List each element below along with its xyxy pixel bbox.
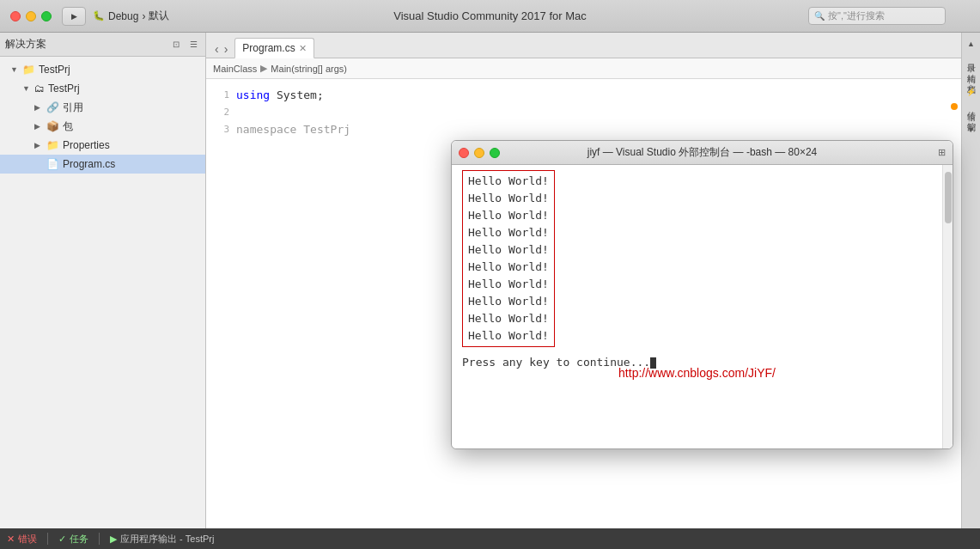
tree-arrow-ref: ▶ xyxy=(34,103,43,112)
traffic-lights xyxy=(0,11,52,21)
tab-nav: ‹ › xyxy=(210,40,233,58)
terminal-close-button[interactable] xyxy=(459,148,469,158)
solution-icon: 📁 xyxy=(22,64,35,76)
hello-line-2: Hello World! xyxy=(468,190,549,207)
run-button[interactable] xyxy=(62,7,86,26)
status-separator-2 xyxy=(99,533,100,545)
hello-line-9: Hello World! xyxy=(468,310,549,327)
sidebar-label-4[interactable]: 传输 xyxy=(965,105,977,107)
terminal-expand-icon[interactable]: ⊞ xyxy=(938,147,946,158)
hello-line-8: Hello World! xyxy=(468,293,549,310)
terminal-maximize-button[interactable] xyxy=(490,148,500,158)
tree-arrow-project: ▼ xyxy=(22,84,31,93)
status-run-output[interactable]: ▶ 应用程序输出 - TestPrj xyxy=(110,533,214,546)
sidebar-label-1[interactable]: 目录 xyxy=(965,57,977,58)
tab-close-button[interactable]: ✕ xyxy=(299,43,307,54)
right-sidebar: ▲ 目录 结构 文档 ⚡ 传输 控制 ▼ xyxy=(961,33,980,528)
packages-icon: 📦 xyxy=(46,120,59,132)
debug-section: 🐛 Debug › 默认 xyxy=(93,9,169,23)
tree-arrow-props: ▶ xyxy=(34,141,43,149)
tab-next-button[interactable]: › xyxy=(222,40,230,58)
run-icon: ▶ xyxy=(110,534,117,545)
window-title: Visual Studio Community 2017 for Mac xyxy=(393,9,586,22)
references-label: 引用 xyxy=(63,101,83,115)
status-tasks[interactable]: ✓ 任务 xyxy=(58,533,88,546)
tab-program-cs[interactable]: Program.cs ✕ xyxy=(234,38,313,58)
properties-icon: 📁 xyxy=(46,139,59,151)
sidebar-header-icons: ⊡ ☰ xyxy=(169,38,200,52)
breadcrumb-bar: MainClass ▶ Main(string[] args) xyxy=(206,58,961,79)
solution-explorer: 解决方案 ⊡ ☰ ▼ 📁 TestPrj ▼ 🗂 TestPrj xyxy=(0,33,206,528)
packages-label: 包 xyxy=(63,119,73,134)
close-button[interactable] xyxy=(10,11,21,21)
main-area: 解决方案 ⊡ ☰ ▼ 📁 TestPrj ▼ 🗂 TestPrj xyxy=(0,33,980,528)
code-line-1: 1 using System; xyxy=(206,86,961,103)
search-placeholder: 按","进行搜索 xyxy=(828,9,885,22)
tab-bar: ‹ › Program.cs ✕ xyxy=(206,33,961,58)
references-icon: 🔗 xyxy=(46,101,59,113)
cs-file-label: Program.cs xyxy=(63,158,115,170)
task-label: 任务 xyxy=(70,533,88,546)
search-bar[interactable]: 按","进行搜索 xyxy=(808,7,946,25)
right-top-button[interactable]: ▲ xyxy=(964,36,979,52)
right-lightning-button[interactable]: ⚡ xyxy=(964,84,979,100)
hello-line-3: Hello World! xyxy=(468,207,549,224)
tab-label: Program.cs xyxy=(242,42,295,54)
terminal-body: Hello World! Hello World! Hello World! H… xyxy=(452,165,953,448)
tab-prev-button[interactable]: ‹ xyxy=(213,40,221,58)
breakpoint-dot xyxy=(951,103,958,110)
tree-item-properties[interactable]: ▶ 📁 Properties xyxy=(0,136,205,155)
output-label: 应用程序输出 - TestPrj xyxy=(120,533,214,546)
debug-arrow: › xyxy=(142,10,145,22)
terminal-scrollbar-thumb[interactable] xyxy=(945,172,952,223)
breadcrumb-method: Main(string[] args) xyxy=(271,64,347,74)
terminal-titlebar: jiyf — Visual Studio 外部控制台 — -bash — 80×… xyxy=(452,141,953,165)
hello-line-5: Hello World! xyxy=(468,241,549,259)
terminal-title: jiyf — Visual Studio 外部控制台 — -bash — 80×… xyxy=(587,145,818,160)
line-number-3: 3 xyxy=(206,124,236,135)
cs-file-icon: 📄 xyxy=(46,158,59,170)
hello-line-1: Hello World! xyxy=(468,173,549,190)
hello-line-4: Hello World! xyxy=(468,224,549,241)
sidebar-expand-icon[interactable]: ⊡ xyxy=(169,38,183,52)
solution-label: TestPrj xyxy=(39,64,70,76)
status-errors[interactable]: ✕ 错误 xyxy=(7,533,37,546)
sidebar-label-3[interactable]: 文档 xyxy=(965,77,977,79)
status-separator-1 xyxy=(47,533,48,545)
maximize-button[interactable] xyxy=(41,11,52,21)
tree-item-references[interactable]: ▶ 🔗 引用 xyxy=(0,98,205,117)
titlebar: 🐛 Debug › 默认 Visual Studio Community 201… xyxy=(0,0,980,33)
tree-item-program-cs[interactable]: ▶ 📄 Program.cs xyxy=(0,155,205,174)
minimize-button[interactable] xyxy=(26,11,36,21)
hello-output-box: Hello World! Hello World! Hello World! H… xyxy=(462,170,555,347)
hello-line-7: Hello World! xyxy=(468,276,549,293)
code-line-3: 3 namespace TestPrj xyxy=(206,120,961,137)
breadcrumb-sep: ▶ xyxy=(260,63,267,74)
sidebar-options-icon[interactable]: ☰ xyxy=(186,38,200,52)
terminal-scrollbar[interactable] xyxy=(942,165,953,448)
hello-line-10: Hello World! xyxy=(468,327,549,345)
blog-link[interactable]: http://www.cnblogs.com/JiYF/ xyxy=(618,366,776,380)
error-icon: ✕ xyxy=(7,534,15,545)
terminal-minimize-button[interactable] xyxy=(474,148,484,158)
sidebar-label-2[interactable]: 结构 xyxy=(965,67,977,69)
tree-item-solution[interactable]: ▼ 📁 TestPrj xyxy=(0,60,205,79)
hello-line-6: Hello World! xyxy=(468,259,549,276)
debug-label: Debug xyxy=(108,10,138,22)
sidebar-header: 解决方案 ⊡ ☰ xyxy=(0,33,205,57)
config-label: 默认 xyxy=(149,9,169,23)
tree-item-project[interactable]: ▼ 🗂 TestPrj xyxy=(0,79,205,98)
code-line-2: 2 xyxy=(206,103,961,120)
tree-arrow: ▼ xyxy=(10,65,19,74)
terminal-output: Hello World! Hello World! Hello World! H… xyxy=(452,165,942,448)
line-number-2: 2 xyxy=(206,107,236,118)
right-bottom-button[interactable]: ▼ xyxy=(964,122,979,137)
content-wrapper: ‹ › Program.cs ✕ MainClass ▶ Main(string… xyxy=(206,33,980,528)
status-bar: ✕ 错误 ✓ 任务 ▶ 应用程序输出 - TestPrj xyxy=(0,528,980,549)
debug-icon: 🐛 xyxy=(93,10,105,21)
terminal-window: jiyf — Visual Studio 外部控制台 — -bash — 80×… xyxy=(451,140,953,449)
tree-item-packages[interactable]: ▶ 📦 包 xyxy=(0,117,205,136)
line-content-3: namespace TestPrj xyxy=(236,123,350,136)
properties-label: Properties xyxy=(63,139,110,151)
sidebar-label-5[interactable]: 控制 xyxy=(965,115,977,117)
